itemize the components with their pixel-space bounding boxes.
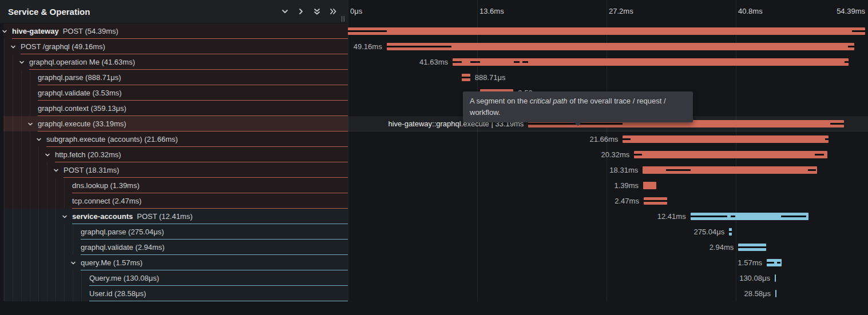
indent-guide: [64, 240, 65, 255]
span-tree-row[interactable]: graphql.validate (3.53ms): [0, 85, 348, 101]
span-tree-row[interactable]: Query.me (130.08μs): [0, 270, 348, 286]
indent-guide: [21, 147, 22, 162]
span-timeline-row[interactable]: 20.32ms: [348, 147, 868, 162]
span-timeline-row[interactable]: 1.39ms: [348, 178, 868, 193]
collapse-chevron-icon[interactable]: [70, 255, 77, 270]
span-timeline-row[interactable]: 2.94ms: [348, 240, 868, 255]
timeline-track: 130.08μs: [348, 270, 865, 286]
collapse-chevron-icon[interactable]: [53, 162, 60, 178]
span-tree-row[interactable]: User.id (28.58μs): [0, 286, 348, 301]
indent-guide: [30, 224, 30, 240]
span-tree-row[interactable]: POST /graphql (49.16ms): [0, 39, 348, 54]
span-duration-bar[interactable]: [634, 151, 827, 158]
indent-guide: [21, 85, 22, 101]
span-tree-row[interactable]: graphql.execute (33.19ms): [0, 116, 348, 131]
span-timeline-row[interactable]: 41.63ms: [348, 54, 868, 70]
span-duration-bar[interactable]: [643, 182, 656, 189]
span-timeline-row[interactable]: 28.58μs: [348, 286, 868, 301]
span-timeline-row[interactable]: 18.31ms: [348, 162, 868, 178]
span-tree-row[interactable]: graphql.parse (888.71μs): [0, 70, 348, 85]
span-tree-row[interactable]: dns.lookup (1.39ms): [0, 178, 348, 193]
span-tree-row[interactable]: graphql.validate (2.94ms): [0, 240, 348, 255]
span-duration-bar[interactable]: [775, 274, 776, 282]
collapse-chevron-icon[interactable]: [61, 209, 68, 224]
indent-guide: [4, 85, 5, 101]
critical-path-segment: [830, 123, 844, 125]
span-timeline-row[interactable]: 275.04μs: [348, 224, 868, 240]
indent-guide: [13, 162, 13, 178]
collapse-chevron-icon[interactable]: [10, 39, 17, 54]
span-timeline-row[interactable]: [348, 23, 868, 39]
chevron-right-icon[interactable]: [296, 7, 306, 16]
indent-guide: [38, 270, 39, 286]
span-duration-label: 18.31ms: [609, 162, 638, 178]
span-duration-bar[interactable]: [775, 290, 776, 297]
critical-path-segment: [348, 30, 387, 32]
span-tree-row[interactable]: graphql.parse (275.04μs): [0, 224, 348, 240]
span-name-label: subgraph.execute (accounts) (21.66ms): [46, 131, 178, 147]
indent-guide: [38, 178, 39, 193]
span-timeline-row[interactable]: 888.71μs: [348, 70, 868, 85]
span-timeline-row[interactable]: 49.16ms: [348, 39, 868, 54]
indent-guide: [47, 240, 47, 255]
indent-guide: [56, 209, 56, 224]
span-timeline-row[interactable]: 130.08μs: [348, 270, 868, 286]
indent-guide: [13, 131, 13, 147]
critical-path-segment: [514, 61, 520, 63]
span-duration-bar[interactable]: [453, 58, 849, 66]
span-timeline-row[interactable]: 1.57ms: [348, 255, 868, 270]
chevron-down-icon[interactable]: [280, 7, 290, 16]
critical-path-segment: [462, 77, 470, 78]
span-tree-row[interactable]: POST (18.31ms): [0, 162, 348, 178]
span-timeline-row[interactable]: 21.66ms: [348, 131, 868, 147]
timeline-track: 12.41ms: [348, 209, 865, 224]
span-duration-bar[interactable]: [623, 135, 829, 143]
span-duration-bar[interactable]: [387, 43, 854, 50]
critical-path-segment: [852, 30, 865, 32]
timeline-panel: 49.16ms41.63ms888.71μs3.53mshive-gateway…: [348, 0, 868, 301]
span-timeline-row[interactable]: 12.41ms: [348, 209, 868, 224]
indent-guide: [13, 209, 13, 224]
span-tree-row[interactable]: graphql.operation Me (41.63ms): [0, 54, 348, 70]
indent-guide: [30, 240, 30, 255]
indent-guide: [73, 270, 73, 286]
span-tree-row[interactable]: service-accountsPOST (12.41ms): [0, 209, 348, 224]
indent-guide: [21, 178, 22, 193]
span-name-label: hive-gatewayPOST (54.39ms): [12, 23, 118, 39]
critical-path-segment: [767, 262, 774, 264]
indent-guide: [38, 162, 39, 178]
indent-guide: [56, 193, 56, 209]
critical-path-tooltip: A segment on the critical path of the ov…: [463, 91, 693, 122]
span-tree-row[interactable]: subgraph.execute (accounts) (21.66ms): [0, 131, 348, 147]
indent-guide: [64, 270, 65, 286]
critical-path-segment: [815, 154, 824, 155]
trace-viewer: Service & Operation || 0μs13.6ms27.2ms40…: [0, 0, 868, 315]
span-tree-row[interactable]: hive-gatewayPOST (54.39ms): [0, 23, 348, 39]
indent-guide: [4, 39, 5, 54]
indent-guide: [4, 70, 5, 85]
indent-guide: [21, 131, 22, 147]
chevrons-down-icon[interactable]: [312, 7, 322, 16]
collapse-chevron-icon[interactable]: [44, 147, 51, 162]
span-name-label: POST (18.31ms): [64, 162, 119, 178]
span-timeline-row[interactable]: 2.47ms: [348, 193, 868, 209]
collapse-chevron-icon[interactable]: [1, 23, 8, 39]
service-operation-title: Service & Operation: [8, 7, 90, 17]
chevrons-right-icon[interactable]: [328, 7, 338, 16]
collapse-chevron-icon[interactable]: [35, 131, 42, 147]
span-tree-row[interactable]: graphql.context (359.13μs): [0, 101, 348, 116]
span-duration-bar[interactable]: [348, 27, 865, 35]
indent-guide: [56, 286, 56, 301]
span-name-label: graphql.operation Me (41.63ms): [29, 54, 135, 70]
indent-guide: [47, 255, 47, 270]
critical-path-segment: [845, 61, 849, 63]
collapse-chevron-icon[interactable]: [27, 116, 34, 131]
span-tree-row[interactable]: query.Me (1.57ms): [0, 255, 348, 270]
indent-guide: [38, 255, 39, 270]
timeline-track: 2.94ms: [348, 240, 865, 255]
critical-path-segment: [731, 216, 735, 217]
indent-guide: [64, 224, 65, 240]
collapse-chevron-icon[interactable]: [18, 54, 25, 70]
span-tree-row[interactable]: tcp.connect (2.47ms): [0, 193, 348, 209]
span-tree-row[interactable]: http.fetch (20.32ms): [0, 147, 348, 162]
